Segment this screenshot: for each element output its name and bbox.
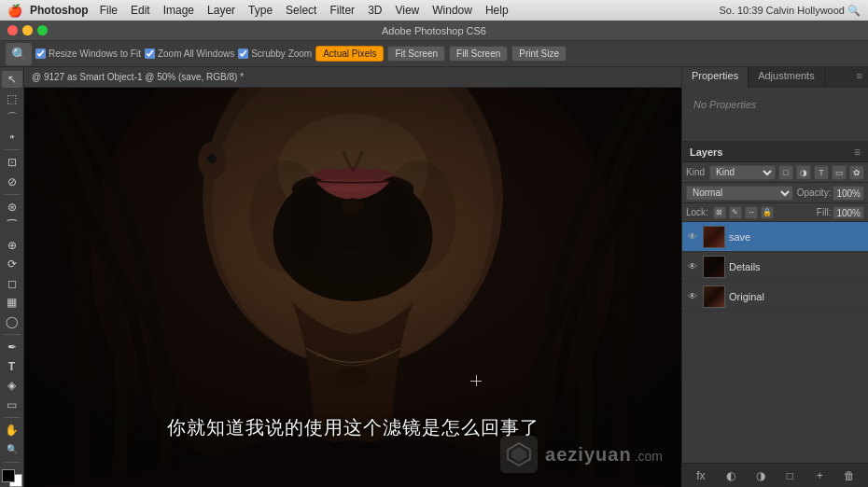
- toolbar-separator-2: [4, 194, 21, 195]
- layers-lock-row: Lock: ⊠ ✎ ↔ 🔒 Fill: 100%: [682, 203, 868, 222]
- scrubby-zoom-label: Scrubby Zoom: [251, 49, 312, 59]
- create-new-layer-button[interactable]: +: [810, 466, 829, 485]
- menu-view[interactable]: View: [389, 2, 425, 19]
- history-brush-tool-button[interactable]: ⟳: [2, 256, 22, 272]
- menu-help[interactable]: Help: [480, 2, 514, 19]
- clock-info: So. 10:39 Calvin Hollywood 🔍: [719, 5, 861, 17]
- lock-position-button[interactable]: ↔: [745, 206, 758, 219]
- apple-logo[interactable]: 🍎: [7, 4, 22, 18]
- shape-tool-button[interactable]: ▭: [2, 396, 22, 412]
- menu-window[interactable]: Window: [427, 2, 478, 19]
- layer-name-save: save: [729, 231, 864, 243]
- zoom-tool-icon[interactable]: 🔍: [6, 43, 32, 65]
- adjustments-tab[interactable]: Adjustments: [749, 67, 825, 88]
- opacity-value[interactable]: 100%: [833, 186, 864, 201]
- actual-pixels-button[interactable]: Actual Pixels: [315, 46, 384, 62]
- right-panel: Properties Adjustments ≡ No Properties L…: [681, 67, 868, 487]
- clone-stamp-tool-button[interactable]: ⊕: [2, 237, 22, 254]
- print-size-button[interactable]: Print Size: [511, 46, 567, 62]
- layers-list: 👁 save 👁 Details 👁 Original: [682, 222, 868, 463]
- foreground-background-colors[interactable]: [2, 469, 22, 486]
- path-select-tool-button[interactable]: ◈: [2, 377, 22, 394]
- delete-layer-button[interactable]: 🗑: [840, 466, 859, 485]
- watermark-icon: [500, 436, 538, 473]
- window-controls[interactable]: [7, 25, 48, 35]
- properties-tab[interactable]: Properties: [682, 67, 749, 88]
- menu-file[interactable]: File: [94, 2, 123, 19]
- gradient-tool-button[interactable]: ▦: [2, 294, 22, 311]
- menu-3d[interactable]: 3D: [362, 2, 387, 19]
- menu-type[interactable]: Type: [243, 2, 278, 19]
- resize-windows-checkbox[interactable]: [35, 49, 46, 59]
- eraser-tool-button[interactable]: ◻: [2, 275, 22, 292]
- layer-item-details[interactable]: 👁 Details: [682, 252, 868, 282]
- minimize-window-button[interactable]: [22, 25, 33, 35]
- menu-image[interactable]: Image: [158, 2, 200, 19]
- document-tab-label: @ 9127 as Smart Object-1 @ 50% (save, RG…: [32, 72, 244, 82]
- window-title: Adobe Photoshop CS6: [382, 25, 486, 36]
- layer-item-original[interactable]: 👁 Original: [682, 282, 868, 312]
- layers-panel-menu-button[interactable]: ≡: [854, 146, 861, 159]
- fill-group: Fill: 100%: [817, 206, 864, 219]
- lasso-tool-button[interactable]: ⌒: [2, 109, 22, 126]
- add-layer-style-button[interactable]: fx: [692, 466, 710, 485]
- watermark-site-name: aeziyuan: [545, 444, 631, 465]
- fill-screen-button[interactable]: Fill Screen: [449, 46, 508, 62]
- pen-tool-button[interactable]: ✒: [2, 339, 22, 355]
- filter-adjustment-icon[interactable]: ◑: [796, 165, 811, 180]
- opacity-label: Opacity:: [797, 188, 832, 198]
- hand-tool-button[interactable]: ✋: [2, 422, 22, 438]
- panel-close-button[interactable]: ≡: [851, 67, 868, 88]
- fit-screen-button[interactable]: Fit Screen: [387, 46, 445, 62]
- filter-type-select[interactable]: Kind: [709, 165, 776, 180]
- layer-name-original: Original: [729, 291, 864, 302]
- add-layer-mask-button[interactable]: ◐: [721, 466, 740, 485]
- type-tool-button[interactable]: T: [2, 357, 22, 374]
- watermark-suffix: .com: [635, 449, 663, 464]
- close-window-button[interactable]: [7, 25, 18, 35]
- lock-transparent-pixels-button[interactable]: ⊠: [713, 206, 726, 219]
- layers-panel-header: Layers ≡: [682, 142, 868, 162]
- toolbar-separator-5: [4, 462, 21, 463]
- canvas-content[interactable]: 你就知道我说的使用这个滤镜是怎么回事了 aeziyuan .com: [24, 88, 681, 487]
- document-tab[interactable]: @ 9127 as Smart Object-1 @ 50% (save, RG…: [24, 67, 681, 88]
- brush-tool-button[interactable]: ⁀: [2, 217, 22, 234]
- menu-select[interactable]: Select: [280, 2, 322, 19]
- move-tool-button[interactable]: ↖: [2, 71, 22, 88]
- zoom-all-windows-label: Zoom All Windows: [158, 49, 234, 59]
- canvas-area[interactable]: @ 9127 as Smart Object-1 @ 50% (save, RG…: [24, 67, 681, 487]
- dodge-tool-button[interactable]: ◯: [2, 313, 22, 330]
- filter-smart-icon[interactable]: ✿: [849, 165, 864, 180]
- quick-select-tool-button[interactable]: ⁍: [2, 128, 22, 145]
- filter-shape-icon[interactable]: ▭: [832, 165, 847, 180]
- menu-filter[interactable]: Filter: [324, 2, 360, 19]
- layer-item-save[interactable]: 👁 save: [682, 222, 868, 252]
- toolbar-separator-3: [4, 334, 21, 335]
- lock-image-pixels-button[interactable]: ✎: [729, 206, 742, 219]
- layer-visibility-save[interactable]: 👁: [686, 230, 699, 244]
- zoom-all-windows-checkbox[interactable]: [145, 49, 155, 59]
- foreground-color-swatch[interactable]: [2, 469, 15, 482]
- create-new-group-button[interactable]: □: [780, 466, 799, 485]
- lock-all-button[interactable]: 🔒: [761, 206, 774, 219]
- crop-tool-button[interactable]: ⊡: [2, 154, 22, 171]
- healing-brush-tool-button[interactable]: ⊛: [2, 199, 22, 216]
- fill-value[interactable]: 100%: [833, 206, 864, 219]
- filter-type-icon[interactable]: T: [814, 165, 829, 180]
- zoom-tool-button[interactable]: 🔍: [2, 440, 22, 457]
- eyedropper-tool-button[interactable]: ⊘: [2, 173, 22, 189]
- maximize-window-button[interactable]: [37, 25, 48, 35]
- layer-visibility-details[interactable]: 👁: [686, 260, 699, 273]
- create-adjustment-layer-button[interactable]: ◑: [751, 466, 770, 485]
- blend-mode-select[interactable]: Normal: [686, 186, 793, 201]
- menu-edit[interactable]: Edit: [125, 2, 156, 19]
- left-toolbar: ↖ ⬚ ⌒ ⁍ ⊡ ⊘ ⊛ ⁀ ⊕ ⟳ ◻ ▦ ◯ ✒ T ◈ ▭ ✋ 🔍: [0, 67, 24, 487]
- filter-pixel-icon[interactable]: □: [778, 165, 793, 180]
- layer-visibility-original[interactable]: 👁: [686, 290, 699, 303]
- scrubby-zoom-checkbox[interactable]: [238, 49, 248, 59]
- menubar-right-info: So. 10:39 Calvin Hollywood 🔍: [719, 5, 861, 17]
- toolbar-separator-1: [4, 149, 21, 150]
- marquee-tool-button[interactable]: ⬚: [2, 90, 22, 106]
- menu-layer[interactable]: Layer: [202, 2, 241, 19]
- title-bar: Adobe Photoshop CS6: [0, 21, 868, 41]
